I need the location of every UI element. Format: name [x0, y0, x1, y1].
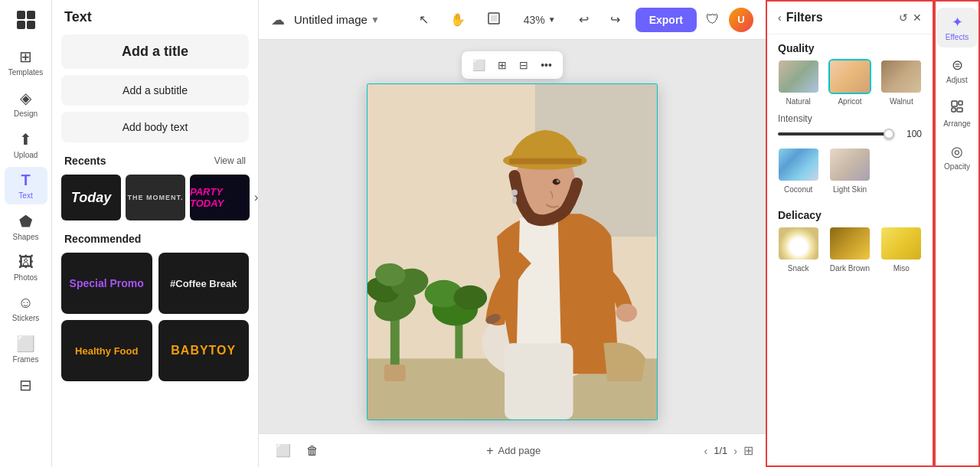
svg-rect-0 [17, 11, 25, 19]
sidebar-item-more[interactable]: ⊟ [5, 371, 47, 399]
view-all-link[interactable]: View all [214, 155, 246, 166]
chevron-down-icon: ▼ [548, 15, 556, 24]
sidebar-item-shapes[interactable]: ⬟ Shapes [5, 207, 47, 246]
recommended-babytoy[interactable]: BABYTOY [158, 320, 250, 381]
filter-walnut[interactable]: Walnut [878, 59, 925, 106]
left-toolbar: ⊞ Templates ◈ Design ⬆ Upload T Text ⬟ S… [0, 0, 52, 467]
canvas-grid-button[interactable]: ⊞ [493, 56, 511, 74]
zoom-button[interactable]: 43% ▼ [516, 9, 564, 31]
recent-moment[interactable]: THE MOMENT. [126, 175, 185, 220]
sidebar-item-templates[interactable]: ⊞ Templates [5, 43, 47, 81]
recent-today[interactable]: Today [61, 175, 121, 220]
filter-apricot[interactable]: Apricot [826, 59, 873, 106]
grid-view-button[interactable]: ⊞ [743, 443, 753, 458]
adjust-panel-button[interactable]: ⊜ Adjust [937, 51, 977, 90]
svg-point-29 [557, 180, 560, 183]
avatar[interactable]: U [729, 8, 753, 32]
recommended-healthy-food[interactable]: Healthy Food [61, 320, 152, 381]
delicacy-section-title: Delicacy [767, 201, 933, 226]
svg-rect-15 [384, 364, 406, 381]
adjust-icon: ⊜ [952, 57, 963, 73]
canvas-frame[interactable] [367, 83, 658, 420]
svg-rect-35 [957, 108, 962, 112]
add-body-button[interactable]: Add body text [61, 112, 249, 142]
canvas-more-button[interactable]: ••• [536, 56, 557, 74]
recents-next-arrow[interactable]: › [254, 175, 258, 220]
chevron-down-icon: ▼ [371, 15, 380, 25]
sidebar-item-upload[interactable]: ⬆ Upload [5, 126, 47, 164]
add-title-button[interactable]: Add a title [61, 34, 249, 69]
svg-rect-1 [27, 11, 35, 19]
filters-back-button[interactable]: ‹ [778, 11, 782, 24]
filter-snack[interactable]: Snack [775, 226, 822, 273]
svg-rect-33 [959, 101, 962, 105]
add-subtitle-button[interactable]: Add a subtitle [61, 75, 249, 106]
frame-tool-button[interactable] [481, 7, 507, 33]
design-icon: ◈ [20, 89, 31, 107]
duplicate-page-button[interactable]: ⬜ [271, 440, 296, 461]
right-panel: ✦ Effects ⊜ Adjust Arrange ◎ Opacity [934, 0, 980, 467]
select-tool-button[interactable]: ↖ [413, 8, 435, 31]
redo-button[interactable]: ↪ [604, 8, 626, 31]
sidebar-item-photos[interactable]: 🖼 Photos [5, 249, 47, 286]
svg-rect-34 [952, 108, 956, 112]
photos-icon: 🖼 [18, 253, 34, 271]
canvas-area[interactable]: Page 1 ⬜ ⊞ ⊟ ••• [259, 40, 766, 433]
canvas-crop-button[interactable]: ⬜ [468, 56, 490, 74]
canvas-image [368, 84, 657, 420]
add-page-button[interactable]: + Add page [486, 444, 541, 458]
opacity-panel-button[interactable]: ◎ Opacity [937, 137, 977, 177]
undo-button[interactable]: ↩ [573, 8, 595, 31]
recommended-grid: Special Promo #Coffee Break Healthy Food… [52, 250, 258, 384]
sidebar-item-frames[interactable]: ⬜ Frames [5, 330, 47, 368]
svg-rect-32 [952, 101, 957, 106]
sidebar-item-stickers[interactable]: ☺ Stickers [5, 289, 47, 327]
arrange-icon [950, 100, 964, 117]
prev-page-button[interactable]: ‹ [704, 445, 708, 457]
hand-tool-button[interactable]: ✋ [444, 8, 472, 31]
filters-header: ‹ Filters ↺ ✕ [767, 2, 933, 34]
filters-title: Filters [786, 11, 823, 24]
svg-rect-27 [509, 158, 582, 165]
canvas-toolbar: ⬜ ⊞ ⊟ ••• [462, 51, 563, 79]
recommended-special-promo[interactable]: Special Promo [61, 253, 152, 314]
delete-page-button[interactable]: 🗑 [302, 440, 323, 461]
filter-darkbrown[interactable]: Dark Brown [826, 226, 873, 273]
intensity-section: Intensity 100 [767, 113, 933, 147]
canvas-copy-button[interactable]: ⊟ [514, 56, 533, 74]
sidebar-item-design[interactable]: ◈ Design [5, 84, 47, 122]
export-button[interactable]: Export [635, 8, 697, 32]
svg-point-30 [511, 189, 518, 195]
filter-natural[interactable]: Natural [775, 59, 822, 106]
filters-panel: ‹ Filters ↺ ✕ Quality Natural Apricot Wa… [766, 0, 934, 467]
document-title-button[interactable]: Untitled image ▼ [294, 13, 380, 26]
svg-rect-21 [505, 343, 573, 419]
filter-coconut[interactable]: Coconut [775, 147, 822, 194]
quality-filter-grid: Natural Apricot Walnut [767, 59, 933, 113]
filter-miso[interactable]: Miso [878, 226, 925, 273]
svg-rect-2 [17, 21, 25, 29]
cloud-save-icon: ☁ [271, 11, 285, 28]
templates-icon: ⊞ [19, 47, 32, 66]
opacity-icon: ◎ [951, 143, 963, 160]
filters-close-button[interactable]: ✕ [913, 11, 922, 24]
recent-party[interactable]: PARTY TODAY [190, 175, 250, 220]
recommended-coffee-break[interactable]: #Coffee Break [158, 253, 250, 314]
delicacy-filter-grid: Snack Dark Brown Miso [767, 226, 933, 280]
arrange-panel-button[interactable]: Arrange [937, 93, 977, 134]
recents-section-header: Recents View all [52, 145, 258, 171]
shapes-icon: ⬟ [19, 212, 32, 230]
panel-title: Text [52, 0, 258, 31]
sidebar-item-text[interactable]: T Text [5, 167, 47, 204]
app-logo[interactable] [12, 6, 40, 34]
intensity-slider[interactable] [778, 132, 894, 136]
shield-icon: 🛡 [706, 11, 720, 28]
filter-lightskin[interactable]: Light Skin [826, 147, 873, 194]
effects-icon: ✦ [952, 14, 963, 31]
frames-icon: ⬜ [16, 335, 35, 353]
filters-reset-button[interactable]: ↺ [899, 11, 908, 24]
upload-icon: ⬆ [19, 130, 32, 149]
recents-grid: Today THE MOMENT. PARTY TODAY › [52, 171, 258, 224]
effects-panel-button[interactable]: ✦ Effects [937, 8, 977, 47]
next-page-button[interactable]: › [733, 445, 737, 457]
